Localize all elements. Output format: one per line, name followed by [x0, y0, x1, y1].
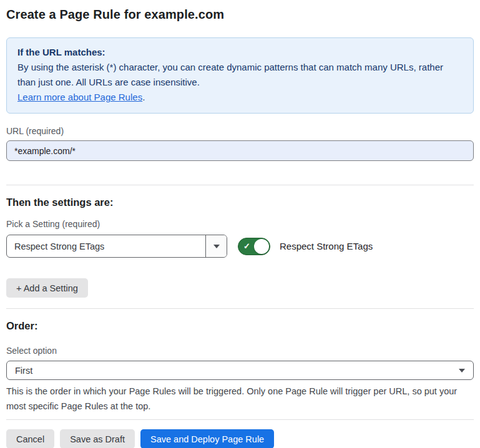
order-select-label: Select option [6, 346, 474, 356]
footer-divider [6, 419, 474, 420]
page-title: Create a Page Rule for example.com [6, 0, 474, 22]
section-divider [6, 308, 474, 309]
footer-actions: Cancel Save as Draft Save and Deploy Pag… [6, 429, 474, 448]
settings-section-heading: Then the settings are: [6, 196, 474, 208]
order-help-text: This is the order in which your Page Rul… [6, 384, 474, 414]
info-box-link-line: Learn more about Page Rules. [17, 90, 463, 105]
toggle-knob [254, 239, 269, 254]
toggle-label: Respect Strong ETags [280, 241, 373, 251]
setting-select-value: Respect Strong ETags [7, 235, 205, 257]
url-input[interactable] [6, 140, 474, 161]
chevron-down-icon [459, 369, 465, 373]
save-deploy-button[interactable]: Save and Deploy Page Rule [140, 429, 274, 448]
link-suffix: . [142, 92, 145, 102]
order-select[interactable]: First [6, 361, 474, 380]
setting-picker-label: Pick a Setting (required) [6, 219, 474, 230]
save-draft-button[interactable]: Save as Draft [60, 429, 135, 448]
setting-row: Respect Strong ETags ✓ Respect Strong ET… [6, 235, 474, 258]
info-box-heading: If the URL matches: [17, 45, 463, 60]
url-match-info-box: If the URL matches: By using the asteris… [6, 37, 474, 114]
order-section-heading: Order: [6, 319, 474, 332]
cancel-button[interactable]: Cancel [6, 429, 54, 448]
info-box-body: By using the asterisk (*) character, you… [17, 60, 458, 90]
order-select-value: First [15, 366, 32, 376]
setting-select-arrow-button[interactable] [205, 235, 227, 257]
create-page-rule-panel: Create a Page Rule for example.com If th… [0, 0, 480, 448]
check-icon: ✓ [243, 242, 250, 250]
url-field-label: URL (required) [6, 126, 474, 137]
respect-strong-etags-toggle[interactable]: ✓ [238, 238, 270, 255]
section-divider [6, 185, 474, 185]
chevron-down-icon [213, 245, 220, 248]
add-setting-button[interactable]: + Add a Setting [6, 278, 88, 298]
learn-more-link[interactable]: Learn more about Page Rules [17, 92, 142, 102]
setting-select[interactable]: Respect Strong ETags [6, 235, 227, 258]
